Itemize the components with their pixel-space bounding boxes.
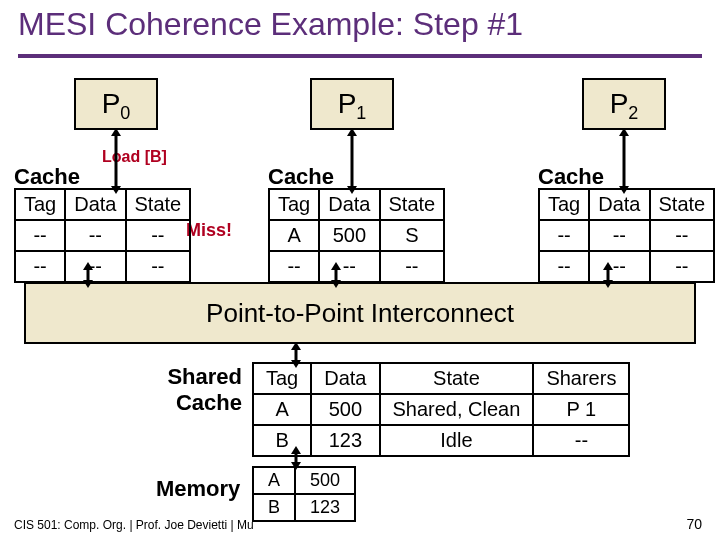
svg-marker-8 [619,186,629,194]
arrow-cache2-bus [600,262,616,288]
arrow-p0-cache [108,128,124,194]
cache1-label: Cache [268,164,334,190]
processor-p1: P1 [310,78,394,130]
arrow-p2-cache [616,128,632,194]
arrow-p1-cache [344,128,360,194]
memory-table: A500 B123 [252,466,356,522]
processor-p0: P0 [74,78,158,130]
footer-text: CIS 501: Comp. Org. | Prof. Joe Devietti… [14,518,254,532]
shared-cache-table: TagDataStateSharers A500Shared, CleanP 1… [252,362,630,457]
interconnect-bus: Point-to-Point Interconnect [24,282,696,344]
cache2-label: Cache [538,164,604,190]
svg-marker-22 [291,446,301,454]
shared-cache-label: SharedCache [152,364,242,416]
svg-marker-2 [111,186,121,194]
svg-marker-11 [83,280,93,288]
slide-title: MESI Coherence Example: Step #1 [18,6,523,43]
svg-marker-14 [331,280,341,288]
svg-marker-20 [291,360,301,368]
memory-label: Memory [156,476,240,502]
svg-marker-16 [603,262,613,270]
cache0-label: Cache [14,164,80,190]
svg-marker-17 [603,280,613,288]
miss-annotation: Miss! [186,220,232,241]
cache0-table: TagDataState ------ ------ [14,188,191,283]
svg-marker-13 [331,262,341,270]
arrow-cache1-bus [328,262,344,288]
arrow-sc-mem [288,446,304,470]
page-number: 70 [686,516,702,532]
svg-marker-23 [291,462,301,470]
svg-marker-19 [291,342,301,350]
title-divider [18,54,702,58]
svg-marker-10 [83,262,93,270]
svg-marker-1 [111,128,121,136]
svg-marker-7 [619,128,629,136]
svg-marker-5 [347,186,357,194]
processor-p2: P2 [582,78,666,130]
arrow-cache0-bus [80,262,96,288]
cache2-table: TagDataState ------ ------ [538,188,715,283]
cache1-table: TagDataState A500S ------ [268,188,445,283]
arrow-bus-sc [288,342,304,368]
svg-marker-4 [347,128,357,136]
